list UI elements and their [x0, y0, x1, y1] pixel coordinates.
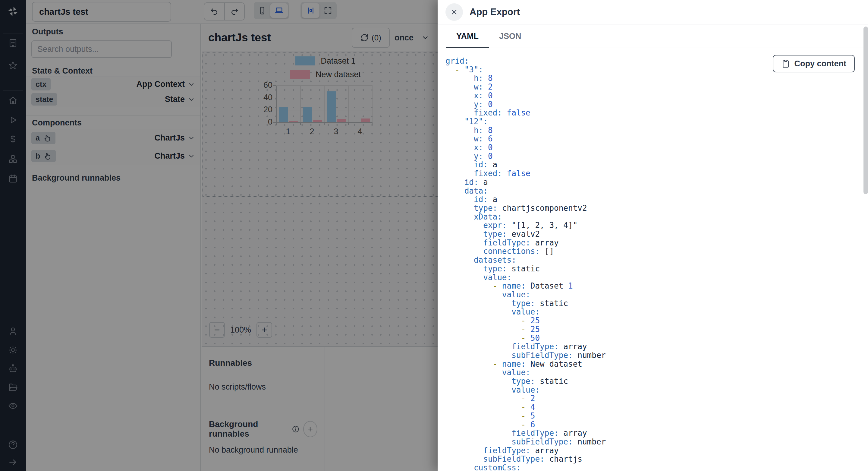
- tab-json[interactable]: JSON: [489, 25, 532, 48]
- code-line: "12":: [445, 117, 862, 126]
- code-line: - name: Dataset 1: [445, 282, 862, 290]
- close-button[interactable]: [445, 3, 463, 21]
- code-line: data:: [445, 187, 862, 196]
- code-line: customCss:: [445, 464, 862, 471]
- scrollbar-thumb[interactable]: [864, 27, 868, 194]
- code-line: value:: [445, 368, 862, 377]
- code-line: type: static: [445, 377, 862, 386]
- code-line: - 4: [445, 403, 862, 412]
- yaml-code-editor[interactable]: grid: - "3": h: 8 w: 2 x: 0 y: 0 fixed: …: [438, 48, 862, 471]
- code-line: fieldType: array: [445, 342, 862, 351]
- code-line: w: 2: [445, 83, 862, 91]
- code-line: value:: [445, 307, 862, 316]
- app-editor-screen: Outputs State & Context ctx App Context …: [0, 0, 868, 471]
- copy-content-button[interactable]: Copy content: [773, 55, 855, 72]
- code-line: x: 0: [445, 143, 862, 152]
- tab-yaml[interactable]: YAML: [446, 25, 489, 48]
- code-line: value:: [445, 273, 862, 282]
- code-line: subFieldType: number: [445, 438, 862, 446]
- code-line: id: a: [445, 195, 862, 204]
- code-line: h: 8: [445, 74, 862, 83]
- code-line: fixed: false: [445, 169, 862, 178]
- code-line: id: a: [445, 160, 862, 169]
- code-line: value:: [445, 290, 862, 299]
- code-line: - 25: [445, 316, 862, 325]
- clipboard-icon: [781, 59, 790, 68]
- code-line: fieldType: array: [445, 446, 862, 455]
- code-line: - name: New dataset: [445, 360, 862, 369]
- code-line: - 50: [445, 334, 862, 343]
- code-line: value:: [445, 386, 862, 394]
- code-line: subFieldType: chartjs: [445, 455, 862, 464]
- code-line: fieldType: array: [445, 238, 862, 247]
- code-line: - 25: [445, 325, 862, 334]
- code-line: xData:: [445, 213, 862, 221]
- drawer-header: App Export: [438, 0, 868, 24]
- code-line: - 5: [445, 412, 862, 420]
- close-icon: [450, 8, 458, 16]
- code-line: subFieldType: number: [445, 351, 862, 360]
- code-line: expr: "[1, 2, 3, 4]": [445, 221, 862, 230]
- code-line: type: evalv2: [445, 230, 862, 238]
- code-line: fieldType: array: [445, 429, 862, 438]
- code-line: datasets:: [445, 256, 862, 264]
- app-export-drawer: App Export YAML JSON Copy content grid: …: [438, 0, 868, 471]
- code-line: type: static: [445, 299, 862, 308]
- code-line: - 6: [445, 420, 862, 429]
- drawer-title: App Export: [470, 7, 520, 18]
- code-line: h: 8: [445, 126, 862, 135]
- code-line: connections: []: [445, 247, 862, 256]
- export-format-tabs: YAML JSON: [438, 25, 868, 48]
- code-line: type: chartjscomponentv2: [445, 204, 862, 213]
- code-line: y: 0: [445, 100, 862, 109]
- drawer-backdrop[interactable]: [0, 0, 438, 471]
- code-line: y: 0: [445, 152, 862, 161]
- code-line: - 2: [445, 394, 862, 403]
- code-line: fixed: false: [445, 109, 862, 117]
- code-line: w: 6: [445, 135, 862, 143]
- code-line: id: a: [445, 178, 862, 187]
- code-line: type: static: [445, 264, 862, 273]
- code-line: x: 0: [445, 91, 862, 100]
